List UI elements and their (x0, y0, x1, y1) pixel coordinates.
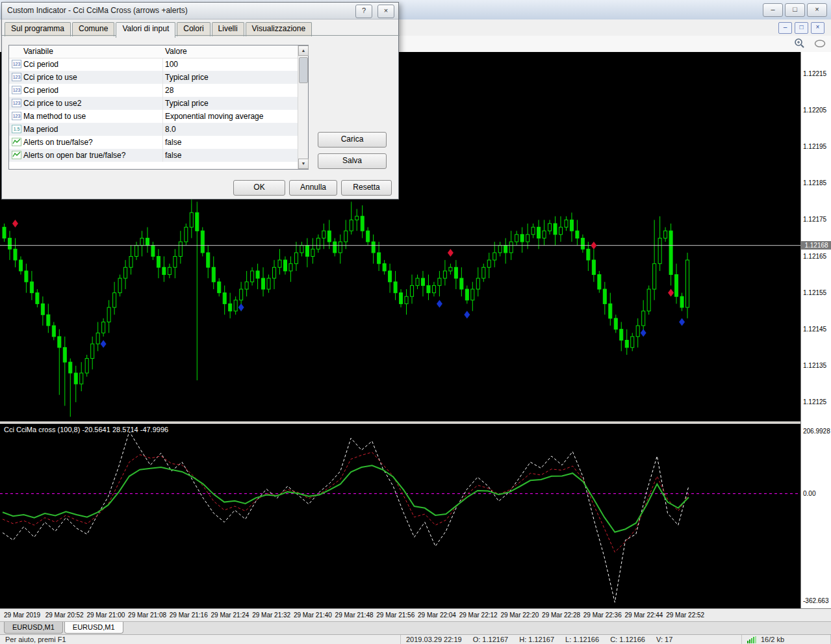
red-diamond-marker (12, 220, 18, 227)
time-scale[interactable]: 29 Mar 201929 Mar 20:5229 Mar 21:0029 Ma… (0, 608, 831, 621)
price-axis-label: 1.12155 (803, 289, 826, 296)
column-header-variable: Variabile (23, 47, 53, 56)
double-type-icon: 1.5 (12, 125, 21, 133)
input-row[interactable]: 123Cci period28 (9, 84, 298, 97)
indicator-label: Cci CciMa cross (100,8) -20.5641 28.5714… (4, 426, 168, 433)
input-name: Cci period (23, 86, 58, 95)
time-axis-label: 29 Mar 21:00 (86, 612, 125, 619)
dialog-tab-comune[interactable]: Comune (72, 22, 114, 36)
save-button[interactable]: Salva (318, 153, 387, 169)
chart-restore-button[interactable]: □ (795, 22, 808, 34)
input-row[interactable]: 1.5Ma period8.0 (9, 123, 298, 136)
blue-diamond-marker (101, 340, 107, 348)
time-axis-label: 29 Mar 21:16 (170, 612, 208, 619)
chart-tabs-bar: EURUSD,M1EURUSD,M1 (0, 621, 831, 634)
int-type-icon: 123 (12, 99, 21, 107)
dialog-tab-valori-di-input[interactable]: Valori di input (116, 22, 175, 38)
price-axis-label: 1.12165 (803, 253, 826, 260)
status-quote-high: H: 1.12167 (519, 636, 554, 643)
load-button[interactable]: Carica (318, 132, 387, 148)
blue-diamond-marker (238, 303, 244, 311)
window-maximize-button[interactable]: □ (785, 3, 805, 17)
int-type-icon: 123 (12, 73, 21, 81)
input-row[interactable]: Alerts on true/false?false (9, 136, 298, 149)
input-name: Ma method to use (23, 112, 86, 121)
input-value[interactable]: Typical price (165, 99, 209, 108)
inputs-table: Variabile Valore 123Cci period100123Cci … (8, 45, 309, 170)
mt4-main-window: – □ × – □ × (0, 0, 831, 644)
dialog-help-button[interactable]: ? (355, 5, 372, 18)
indicator-pane-canvas[interactable]: Cci CciMa cross (100,8) -20.5641 28.5714… (0, 424, 800, 608)
dialog-body: Variabile Valore 123Cci period100123Cci … (2, 35, 400, 200)
price-axis-label: 1.12175 (803, 216, 826, 223)
zoom-in-icon[interactable] (794, 38, 805, 49)
cancel-button[interactable]: Annulla (289, 180, 337, 196)
input-row[interactable]: Alerts on open bar true/false?false (9, 149, 298, 162)
dialog-close-button[interactable]: × (377, 5, 394, 18)
window-minimize-button[interactable]: – (763, 3, 783, 17)
dialog-tab-strip: Sul programmaComuneValori di inputColori… (5, 22, 313, 36)
input-value[interactable]: 8.0 (165, 125, 176, 134)
input-row[interactable]: 123Ma method to useExponential moving av… (9, 110, 298, 123)
reset-button[interactable]: Resetta (341, 180, 392, 196)
bool-type-icon (12, 151, 21, 159)
inputs-table-scrollbar[interactable]: ▲ ▼ (298, 45, 308, 169)
time-axis-label: 29 Mar 21:48 (335, 612, 374, 619)
input-row[interactable]: 123Cci period100 (9, 58, 298, 71)
scrollbar-down-arrow[interactable]: ▼ (298, 159, 309, 169)
dialog-tab-colori[interactable]: Colori (177, 22, 210, 36)
dialog-tab-visualizzazione[interactable]: Visualizzazione (246, 22, 313, 36)
input-value[interactable]: 100 (165, 60, 178, 69)
ellipse-tool-icon[interactable] (814, 39, 826, 48)
red-diamond-marker (668, 289, 674, 297)
column-divider (162, 149, 163, 162)
price-axis-label: 1.12145 (803, 326, 826, 333)
time-axis-label: 29 Mar 22:04 (418, 612, 456, 619)
status-help-text: Per aiuto, premi F1 (0, 635, 401, 644)
input-name: Alerts on true/false? (23, 138, 93, 147)
status-quote-close: C: 1.12166 (610, 636, 645, 643)
input-value[interactable]: false (165, 151, 181, 160)
dialog-titlebar[interactable]: Custom Indicator - Cci CciMa Cross (arro… (2, 3, 398, 19)
column-divider (162, 84, 163, 97)
dialog-tab-livelli[interactable]: Livelli (212, 22, 244, 36)
input-row[interactable]: 123Cci price to useTypical price (9, 71, 298, 84)
dialog-tab-sul-programma[interactable]: Sul programma (5, 22, 71, 36)
scrollbar-up-arrow[interactable]: ▲ (298, 45, 309, 56)
scrollbar-thumb[interactable] (299, 57, 308, 83)
input-value[interactable]: false (165, 138, 181, 147)
price-axis-label: 1.12185 (803, 179, 826, 187)
ok-button[interactable]: OK (233, 180, 285, 196)
red-diamond-marker (448, 249, 454, 257)
status-bar: Per aiuto, premi F1 2019.03.29 22:19 O: … (0, 634, 831, 644)
price-axis-label: 1.12195 (803, 143, 826, 150)
chart-close-button[interactable]: × (811, 22, 825, 34)
input-name: Alerts on open bar true/false? (23, 151, 125, 160)
chart-window-tab[interactable]: EURUSD,M1 (64, 622, 123, 634)
custom-indicator-dialog: Custom Indicator - Cci CciMa Cross (arro… (1, 2, 399, 200)
status-quote-low: L: 1.12166 (565, 636, 599, 643)
status-quote-volume: V: 17 (656, 636, 672, 643)
chart-window-tab[interactable]: EURUSD,M1 (4, 622, 63, 634)
window-close-button[interactable]: × (807, 3, 827, 17)
time-axis-label: 29 Mar 22:20 (500, 612, 539, 619)
column-divider (162, 71, 163, 84)
time-axis-label: 29 Mar 22:52 (666, 612, 704, 619)
blue-diamond-marker (641, 329, 646, 337)
input-name: Cci price to use (23, 73, 77, 82)
column-divider (162, 110, 163, 123)
column-header-value: Valore (165, 47, 187, 56)
column-divider (162, 136, 163, 149)
price-scale[interactable]: 1.12168 206.9928 0.00 -362.663 1.122151.… (800, 52, 831, 608)
input-row[interactable]: 123Cci price to use2Typical price (9, 97, 298, 110)
time-axis-label: 29 Mar 2019 (4, 612, 40, 619)
input-value[interactable]: 28 (165, 86, 173, 95)
chart-minimize-button[interactable]: – (778, 22, 792, 34)
bool-type-icon (12, 138, 21, 146)
input-name: Cci period (23, 60, 58, 69)
time-axis-label: 29 Mar 22:44 (625, 612, 663, 619)
time-axis-label: 29 Mar 22:12 (459, 612, 498, 619)
status-quote-cell: 2019.03.29 22:19 O: 1.12167 H: 1.12167 L… (401, 635, 742, 644)
input-value[interactable]: Exponential moving average (165, 112, 263, 121)
input-value[interactable]: Typical price (165, 73, 209, 82)
